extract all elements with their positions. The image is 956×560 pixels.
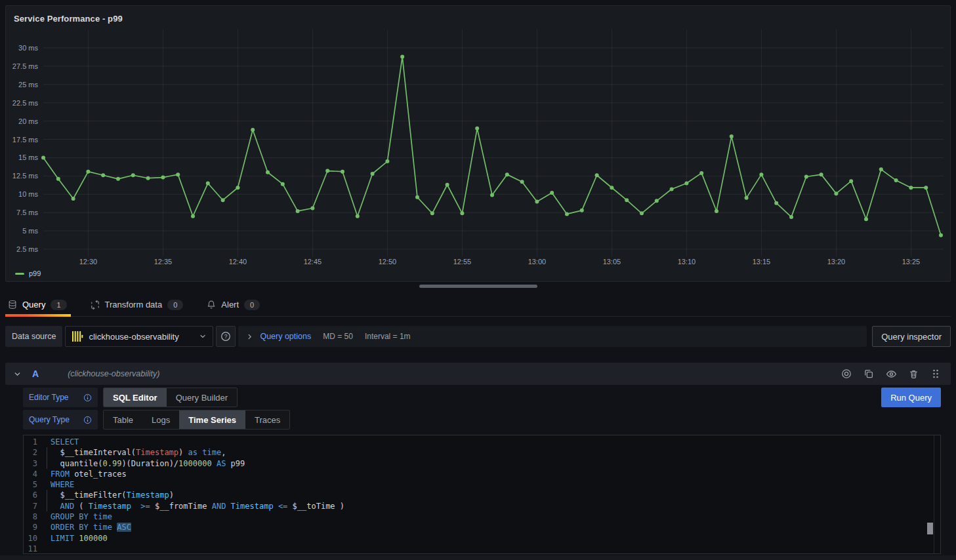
svg-text:17.5 ms: 17.5 ms xyxy=(12,136,39,144)
legend-series-label[interactable]: p99 xyxy=(29,270,41,277)
line-number: 6 xyxy=(24,490,37,500)
sql-line-5[interactable]: 5WHERE xyxy=(24,479,940,490)
sql-line-11[interactable]: 11 xyxy=(24,544,940,554)
copy-icon[interactable] xyxy=(862,367,876,381)
sql-code-text: $__timeFilter(Timestamp) xyxy=(51,490,174,500)
datasource-picker[interactable]: clickhouse-observability xyxy=(65,326,213,347)
query-inspector-button[interactable]: Query inspector xyxy=(872,326,951,347)
datasource-help-button[interactable]: ? xyxy=(216,326,236,347)
chevron-down-icon xyxy=(199,332,207,340)
sql-code-text: SELECT xyxy=(51,437,79,447)
query-type-row: Query Type TableLogsTime SeriesTraces xyxy=(23,410,941,430)
svg-text:5 ms: 5 ms xyxy=(22,227,38,235)
svg-text:?: ? xyxy=(224,333,228,340)
tab-alert[interactable]: Alert0 xyxy=(204,294,264,316)
sql-line-6[interactable]: 6 $__timeFilter(Timestamp) xyxy=(24,490,940,500)
timeseries-chart[interactable]: 30 ms27.5 ms25 ms22.5 ms20 ms17.5 ms15 m… xyxy=(6,30,950,271)
svg-text:13:15: 13:15 xyxy=(753,258,771,266)
editor-type-group: SQL EditorQuery Builder xyxy=(103,388,238,407)
datasource-row: Data source clickhouse-observability ? Q… xyxy=(5,326,951,347)
datasource-label: Data source xyxy=(5,326,62,347)
tab-label: Query xyxy=(22,300,45,310)
query-datasource-note: (clickhouse-observability) xyxy=(68,369,159,378)
legend: p99 xyxy=(15,270,41,277)
sql-line-2[interactable]: 2 $__timeInterval(Timestamp) as time, xyxy=(24,447,940,458)
tab-count-badge: 0 xyxy=(167,300,183,310)
max-data-points-value: MD = 50 xyxy=(323,332,353,341)
query-row-actions xyxy=(839,367,943,381)
query-ref-id[interactable]: A xyxy=(32,369,39,379)
line-number: 4 xyxy=(24,469,37,479)
sql-code-text: WHERE xyxy=(51,479,74,490)
timeseries-panel: Service Performance - p99 30 ms27.5 ms25… xyxy=(5,5,951,282)
sql-line-1[interactable]: 1SELECT xyxy=(24,437,940,447)
line-number: 1 xyxy=(24,437,37,447)
sql-code-text: FROM otel_traces xyxy=(51,469,127,479)
svg-text:13:20: 13:20 xyxy=(827,258,846,266)
svg-text:2.5 ms: 2.5 ms xyxy=(16,245,39,253)
query-type-option-time-series[interactable]: Time Series xyxy=(179,410,245,429)
sql-code-editor[interactable]: 1SELECT2 $__timeInterval(Timestamp) as t… xyxy=(23,435,941,554)
run-query-button[interactable]: Run Query xyxy=(881,388,941,407)
info-icon[interactable] xyxy=(83,393,92,402)
editor-scrollbar-track xyxy=(934,435,934,553)
svg-text:20 ms: 20 ms xyxy=(18,117,38,125)
svg-text:12:40: 12:40 xyxy=(229,258,247,266)
svg-text:12:35: 12:35 xyxy=(154,258,173,266)
drag-handle-icon[interactable] xyxy=(928,367,943,381)
svg-text:12.5 ms: 12.5 ms xyxy=(12,172,39,180)
panel-editor-tabs: Query1Transform data0Alert0 xyxy=(5,294,951,317)
query-row-header: A (clickhouse-observability) xyxy=(5,363,951,385)
overview-ruler-marker[interactable] xyxy=(927,523,933,534)
query-type-label: Query Type xyxy=(23,410,98,430)
record-icon[interactable] xyxy=(839,367,854,381)
interval-value: Interval = 1m xyxy=(365,332,411,341)
sql-line-4[interactable]: 4FROM otel_traces xyxy=(24,469,940,479)
collapse-chevron-icon[interactable] xyxy=(13,370,22,378)
svg-text:12:45: 12:45 xyxy=(304,258,322,266)
tab-query[interactable]: Query1 xyxy=(5,294,71,316)
editor-type-option-query-builder[interactable]: Query Builder xyxy=(167,388,237,407)
sql-code-text: AND ( Timestamp >= $__fromTime AND Times… xyxy=(51,501,344,511)
query-type-option-table[interactable]: Table xyxy=(104,410,142,429)
sql-code-text: ORDER BY time ASC xyxy=(51,522,131,532)
line-number: 7 xyxy=(24,501,37,511)
line-number: 10 xyxy=(24,533,37,544)
query-options-bar[interactable]: Query options MD = 50 Interval = 1m xyxy=(238,326,867,347)
info-icon[interactable] xyxy=(83,416,92,424)
horizontal-scrollbar[interactable] xyxy=(419,285,537,288)
sql-line-9[interactable]: 9ORDER BY time ASC xyxy=(24,522,940,532)
query-type-label-text: Query Type xyxy=(29,415,70,424)
sql-line-8[interactable]: 8GROUP BY time xyxy=(24,511,940,522)
legend-series-swatch xyxy=(15,273,24,275)
sql-line-7[interactable]: 7 AND ( Timestamp >= $__fromTime AND Tim… xyxy=(24,501,940,511)
tab-count-badge: 0 xyxy=(244,300,260,310)
query-options-link[interactable]: Query options xyxy=(260,332,311,341)
bell-icon xyxy=(207,300,216,310)
svg-text:25 ms: 25 ms xyxy=(18,81,38,89)
svg-text:12:30: 12:30 xyxy=(79,258,98,266)
svg-text:13:25: 13:25 xyxy=(902,258,921,266)
line-number: 3 xyxy=(24,458,37,469)
eye-icon[interactable] xyxy=(884,367,898,381)
query-type-option-traces[interactable]: Traces xyxy=(245,410,289,429)
query-type-option-logs[interactable]: Logs xyxy=(142,410,179,429)
tab-transform-data[interactable]: Transform data0 xyxy=(88,294,188,316)
panel-title[interactable]: Service Performance - p99 xyxy=(14,14,123,24)
editor-type-option-sql-editor[interactable]: SQL Editor xyxy=(104,388,167,407)
query-editor-body: Editor Type SQL EditorQuery Builder Run … xyxy=(23,388,941,430)
sql-code-text: LIMIT 100000 xyxy=(51,533,108,544)
transform-icon xyxy=(91,300,100,310)
svg-text:10 ms: 10 ms xyxy=(18,190,38,198)
svg-text:13:10: 13:10 xyxy=(678,258,696,266)
sql-line-3[interactable]: 3 quantile(0.99)(Duration)/1000000 AS p9… xyxy=(24,458,940,469)
datasource-value: clickhouse-observability xyxy=(89,332,178,342)
database-icon xyxy=(8,300,17,310)
line-number: 5 xyxy=(24,479,37,490)
svg-text:13:05: 13:05 xyxy=(603,258,621,266)
trash-icon[interactable] xyxy=(906,367,921,381)
chevron-right-icon xyxy=(246,333,253,340)
sql-line-10[interactable]: 10LIMIT 100000 xyxy=(24,533,940,544)
svg-text:15 ms: 15 ms xyxy=(18,153,38,161)
line-number: 9 xyxy=(24,522,37,532)
